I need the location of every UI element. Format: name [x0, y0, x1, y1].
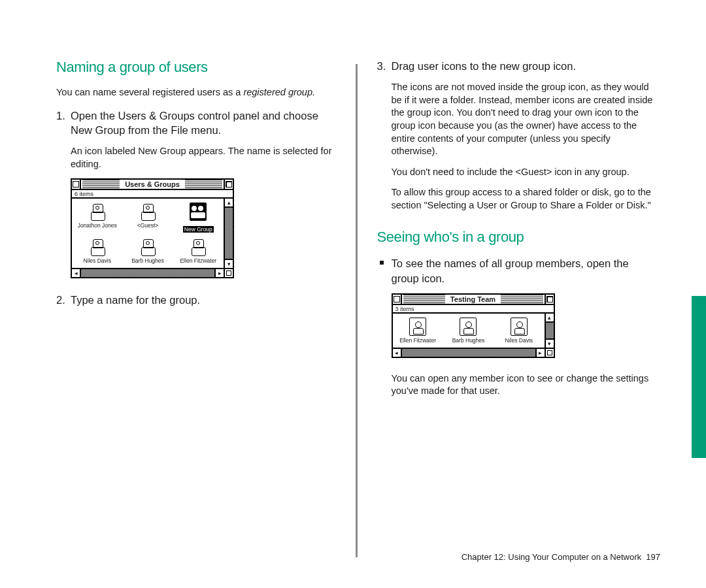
left-column: Naming a group of users You can name sev…	[46, 59, 356, 555]
window-info-bar: 3 items	[393, 305, 554, 314]
bullet-open-group: To see the names of all group members, o…	[377, 256, 657, 286]
scroll-left-icon: ◂	[393, 349, 402, 357]
close-icon	[393, 295, 402, 304]
scroll-track	[402, 349, 535, 357]
icon-member: Niles Davis	[495, 316, 543, 346]
icon-label: <Guest>	[124, 222, 171, 229]
user-icon	[89, 238, 106, 256]
window-titlebar: Testing Team	[393, 295, 554, 305]
scroll-right-icon: ▸	[214, 269, 224, 277]
icon-label: New Group	[183, 226, 214, 233]
steps-list-left: Open the Users & Groups control panel an…	[56, 108, 336, 138]
icon-label: Niles Davis	[495, 337, 543, 344]
window-users-groups: Users & Groups 6 items Jonathon Jones <G…	[71, 178, 234, 278]
close-icon	[72, 180, 81, 189]
icon-label: Niles Davis	[73, 257, 121, 264]
icon-label: Jonathon Jones	[73, 222, 121, 229]
intro-text-a: You can name several registered users as…	[56, 87, 243, 97]
after-figure-text: You can open any member icon to see or c…	[377, 372, 657, 398]
zoom-icon	[224, 180, 233, 189]
scroll-up-icon: ▴	[225, 199, 233, 208]
user-icon	[89, 203, 106, 221]
grow-icon	[545, 349, 554, 357]
user-icon	[139, 238, 156, 256]
icon-member: Barb Hughes	[445, 316, 492, 346]
scroll-right-icon: ▸	[535, 349, 545, 357]
scroll-track	[225, 208, 233, 259]
horizontal-scrollbar: ◂ ▸	[393, 348, 554, 357]
item-count: 3 items	[395, 306, 414, 312]
intro-text: You can name several registered users as…	[56, 86, 336, 99]
steps-list-left-b: Type a name for the group.	[56, 293, 336, 307]
window-testing-team: Testing Team 3 items Ellen Fitzwater Bar…	[392, 293, 555, 358]
footer-page: 197	[646, 552, 660, 562]
group-icon	[190, 203, 207, 221]
icon-user: Barb Hughes	[124, 237, 171, 267]
step-3-sub1: The icons are not moved inside the group…	[377, 81, 657, 157]
window-content: Ellen Fitzwater Barb Hughes Niles Davis	[393, 314, 545, 348]
right-column: Drag user icons to the new group icon. T…	[358, 59, 667, 555]
step-2: Type a name for the group.	[56, 293, 336, 307]
step-1: Open the Users & Groups control panel an…	[56, 108, 336, 138]
window-content: Jonathon Jones <Guest> New Group Niles D…	[72, 199, 224, 268]
zoom-icon	[545, 295, 554, 304]
step-3: Drag user icons to the new group icon.	[377, 59, 657, 73]
scroll-down-icon: ▾	[225, 259, 233, 268]
scroll-track	[81, 269, 214, 277]
icon-user: Niles Davis	[73, 237, 121, 267]
scroll-left-icon: ◂	[72, 269, 81, 277]
scroll-track	[546, 323, 554, 338]
section-heading-naming: Naming a group of users	[56, 59, 336, 76]
member-icon	[460, 318, 477, 336]
page-content: Naming a group of users You can name sev…	[0, 0, 706, 588]
grow-icon	[224, 269, 233, 277]
footer-chapter: Chapter 12: Using Your Computer on a Net…	[462, 552, 641, 562]
window-titlebar: Users & Groups	[72, 180, 233, 190]
member-icon	[409, 318, 426, 336]
section-heading-seeing: Seeing who's in a group	[377, 229, 657, 246]
icon-group-selected: New Group	[175, 201, 222, 237]
step-1-sub: An icon labeled New Group appears. The n…	[56, 145, 336, 171]
titlebar-stripes	[82, 180, 120, 189]
vertical-scrollbar: ▴ ▾	[545, 314, 554, 348]
vertical-scrollbar: ▴ ▾	[224, 199, 233, 268]
window-title: Testing Team	[446, 295, 499, 303]
figure-users-groups: Users & Groups 6 items Jonathon Jones <G…	[71, 178, 336, 278]
window-title: Users & Groups	[121, 180, 184, 188]
member-icon	[511, 318, 528, 336]
icon-label: Barb Hughes	[445, 337, 492, 344]
icon-label: Ellen Fitzwater	[175, 257, 222, 264]
figure-testing-team: Testing Team 3 items Ellen Fitzwater Bar…	[392, 293, 657, 358]
item-count: 6 items	[75, 191, 93, 197]
window-body: Ellen Fitzwater Barb Hughes Niles Davis …	[393, 314, 554, 348]
icon-user: <Guest>	[124, 201, 171, 237]
user-icon	[139, 203, 156, 221]
step-3-sub3: To allow this group access to a shared f…	[377, 186, 657, 212]
user-icon	[190, 238, 207, 256]
icon-user: Jonathon Jones	[73, 201, 121, 237]
icon-label: Barb Hughes	[124, 257, 171, 264]
scroll-down-icon: ▾	[546, 338, 554, 348]
titlebar-stripes	[501, 295, 543, 304]
scroll-up-icon: ▴	[546, 314, 554, 323]
steps-list-right: Drag user icons to the new group icon.	[377, 59, 657, 73]
page-footer: Chapter 12: Using Your Computer on a Net…	[462, 552, 660, 562]
icon-label: Ellen Fitzwater	[394, 337, 442, 344]
page-tab-edge	[692, 296, 706, 458]
horizontal-scrollbar: ◂ ▸	[72, 268, 233, 277]
intro-text-em: registered group.	[243, 87, 315, 97]
window-body: Jonathon Jones <Guest> New Group Niles D…	[72, 199, 233, 268]
step-3-sub2: You don't need to include the <Guest> ic…	[377, 166, 657, 179]
titlebar-stripes	[185, 180, 222, 189]
icon-user: Ellen Fitzwater	[175, 237, 222, 267]
icon-member: Ellen Fitzwater	[394, 316, 442, 346]
titlebar-stripes	[403, 295, 445, 304]
window-info-bar: 6 items	[72, 190, 233, 199]
